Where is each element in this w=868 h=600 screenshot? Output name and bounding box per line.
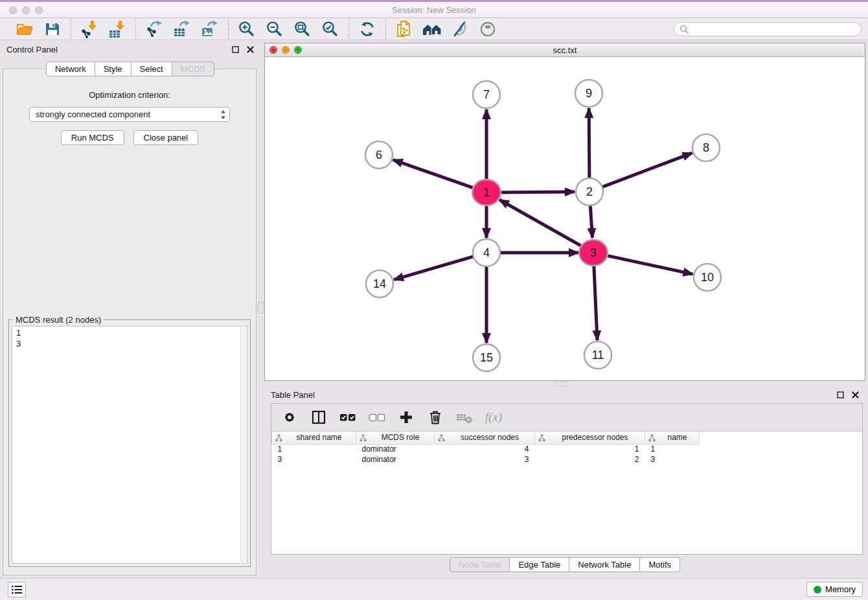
graph-node-6[interactable]: 6 [365,141,393,168]
svg-text:8: 8 [703,141,709,154]
export-table-button[interactable] [172,19,192,39]
table-row[interactable]: 3dominator323 [272,454,700,465]
column-header-shared-name[interactable]: shared name [272,432,356,444]
export-image-button[interactable] [200,19,220,39]
select-all-columns-button[interactable] [339,409,356,426]
hide-graphics-details-button[interactable] [450,19,470,39]
graph-edge-2-9[interactable] [589,108,589,178]
open-folder-icon [16,20,34,38]
function-builder-button[interactable]: f(x) [485,409,502,426]
zoom-in-icon [238,20,256,38]
tab-edge-table[interactable]: Edge Table [510,557,569,572]
run-mcds-button[interactable]: Run MCDS [61,130,124,145]
graph-node-9[interactable]: 9 [575,80,602,107]
deselect-all-columns-button[interactable] [369,409,385,426]
graph-node-1[interactable]: 1 [472,179,501,205]
close-control-panel-button[interactable] [247,46,254,53]
refresh-view-button[interactable] [358,19,377,39]
close-table-panel-button[interactable] [852,391,859,398]
zoom-in-button[interactable] [237,19,257,39]
unchecked-boxes-icon [369,409,385,426]
show-all-networks-button[interactable] [422,19,442,39]
graph-node-3[interactable]: 3 [579,240,608,266]
svg-text:11: 11 [592,349,604,362]
vertical-splitter-handle[interactable] [258,302,264,314]
column-header-predecessor-nodes[interactable]: predecessor nodes [535,432,645,444]
search-input[interactable] [692,24,856,34]
delete-table-button[interactable] [456,409,473,426]
close-network-button[interactable]: x [269,46,277,54]
import-network-button[interactable] [80,19,99,39]
table-row[interactable]: 1dominator411 [272,444,700,454]
tree-hierarchy-icon [538,434,545,444]
delete-columns-button[interactable] [427,409,444,426]
mcds-result-node: 1 [16,327,243,338]
save-session-button[interactable] [43,19,62,39]
tab-style[interactable]: Style [95,62,131,76]
memory-button[interactable]: Memory [806,582,863,597]
network-canvas[interactable]: 7968124314101511 [265,57,865,380]
search-field[interactable] [674,22,862,36]
optimization-criterion-select[interactable]: strongly connected component [29,107,230,122]
graph-edge-3-10[interactable] [607,255,693,274]
mcds-result-list[interactable]: 1 3 [12,326,247,564]
node-table-body: 1dominator4113dominator323 [272,444,700,465]
graph-node-15[interactable]: 15 [473,344,500,371]
import-table-button[interactable] [108,19,127,39]
column-header-MCDS-role[interactable]: MCDS role [356,432,435,444]
search-icon [680,25,689,34]
task-history-button[interactable] [8,582,26,597]
float-control-panel-button[interactable] [232,46,239,53]
close-panel-button[interactable]: Close panel [133,130,199,145]
close-window-button[interactable] [9,6,17,14]
column-header-successor-nodes[interactable]: successor nodes [435,432,535,444]
show-graphics-details-button[interactable] [478,19,497,39]
add-column-button[interactable] [398,409,415,426]
tab-mcds[interactable]: MCDS [172,62,214,76]
table-options-button[interactable] [281,409,298,426]
zoom-selected-button[interactable] [321,19,340,39]
graph-node-10[interactable]: 10 [694,264,721,291]
tab-select[interactable]: Select [131,62,172,76]
float-panel-icon [837,391,844,398]
minimize-window-button[interactable] [22,6,30,14]
graph-edge-2-8[interactable] [602,153,692,187]
show-column-panel-button[interactable] [310,409,327,426]
graph-edge-4-14[interactable] [394,257,474,280]
graph-node-14[interactable]: 14 [366,270,393,297]
graph-node-8[interactable]: 8 [692,134,720,161]
zoom-window-button[interactable] [35,6,43,14]
tab-network-table[interactable]: Network Table [569,557,640,572]
float-panel-icon [232,46,239,53]
column-header-name[interactable]: name [645,432,700,444]
open-session-button[interactable] [15,19,34,39]
graph-edge-3-11[interactable] [594,266,597,340]
maximize-network-button[interactable]: + [294,46,302,54]
export-network-button[interactable] [144,19,164,39]
close-icon [247,46,254,53]
graph-node-11[interactable]: 11 [584,341,611,369]
graph-node-4[interactable]: 4 [473,239,500,266]
tab-node-table[interactable]: Node Table [450,557,510,572]
mcds-result-node: 3 [16,338,243,349]
window-controls[interactable] [9,6,43,14]
result-scrollbar[interactable] [240,327,246,562]
graph-edge-1-2[interactable] [500,192,575,192]
float-table-panel-button[interactable] [837,391,844,398]
graph-node-7[interactable]: 7 [473,81,500,108]
zoom-out-button[interactable] [265,19,284,39]
minimize-network-button[interactable]: − [282,46,290,54]
tab-motifs[interactable]: Motifs [640,557,680,572]
graph-edge-1-6[interactable] [393,160,474,189]
tab-network[interactable]: Network [46,62,95,76]
network-window-titlebar[interactable]: x − + scc.txt [265,43,865,57]
clone-network-button[interactable] [394,19,414,39]
svg-text:7: 7 [483,88,490,101]
graph-edge-3-1[interactable] [499,200,582,246]
node-table-header-row: shared nameMCDS rolesuccessor nodesprede… [272,432,700,444]
zoom-fit-button[interactable] [293,19,312,39]
svg-text:2: 2 [586,185,593,198]
graph-edge-2-3[interactable] [590,205,592,238]
graph-node-2[interactable]: 2 [576,178,603,205]
svg-text:9: 9 [586,87,592,100]
